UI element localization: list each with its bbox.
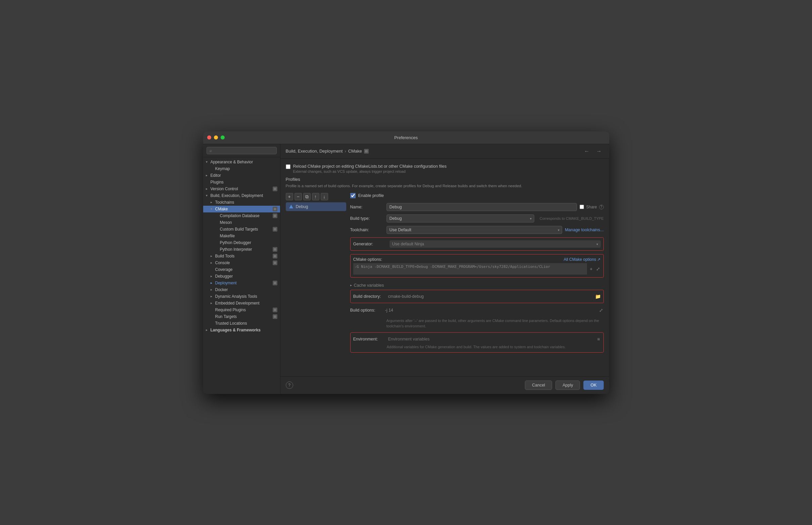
chevron-right-icon: ▸: [210, 295, 215, 298]
sidebar-item-label: Deployment: [215, 281, 273, 285]
search-container[interactable]: ⌕: [206, 147, 277, 154]
remove-profile-button[interactable]: −: [295, 193, 302, 200]
cmake-options-textarea[interactable]: -G Ninja -DCMAKE_BUILD_TYPE=Debug -DCMAK…: [353, 263, 587, 274]
build-options-input[interactable]: [384, 306, 598, 314]
sidebar-item-label: Toolchains: [215, 200, 277, 205]
name-row: Name: Share ?: [350, 203, 604, 211]
help-button[interactable]: ?: [286, 381, 293, 389]
profiles-list-panel: + − ⧉ ↑ ↓ Debug: [286, 193, 346, 356]
all-cmake-options-link[interactable]: All CMake options ↗: [563, 257, 600, 262]
sidebar-item-label: Editor: [210, 173, 277, 178]
sidebar-item-build-tools[interactable]: ▸ Build Tools ⊟: [203, 253, 280, 259]
cmake-triangle-icon: [288, 204, 294, 209]
add-profile-button[interactable]: +: [286, 193, 293, 200]
sidebar-item-keymap[interactable]: Keymap: [203, 165, 280, 172]
manage-toolchains-link[interactable]: Manage toolchains...: [565, 227, 604, 232]
toolchain-select[interactable]: Use Default: [387, 226, 562, 234]
minimize-button[interactable]: [214, 135, 218, 139]
share-help-icon[interactable]: ?: [599, 205, 604, 209]
copy-profile-button[interactable]: ⧉: [303, 193, 311, 200]
build-type-select[interactable]: Debug Release RelWithDebInfo MinSizeRel: [387, 214, 534, 223]
sidebar-item-docker[interactable]: ▸ Docker: [203, 286, 280, 293]
environment-table-icon[interactable]: ≡: [596, 336, 600, 343]
ok-button[interactable]: OK: [583, 380, 604, 390]
generator-select[interactable]: Use default Ninja Ninja Unix Makefiles: [390, 240, 601, 248]
window-title: Preferences: [394, 135, 418, 140]
add-cmake-option-icon[interactable]: +: [589, 266, 593, 272]
sidebar-item-deployment[interactable]: ▸ Deployment ⊟: [203, 280, 280, 286]
preferences-window: Preferences ⌕ ▾ Appearance & Behavior: [203, 131, 609, 394]
main-content: ⌕ ▾ Appearance & Behavior Keymap ▸: [203, 144, 609, 394]
chevron-right-icon: ▸: [210, 261, 215, 265]
enable-profile-row: Enable profile: [350, 193, 604, 198]
chevron-right-icon: ▸: [210, 200, 215, 204]
share-checkbox[interactable]: [580, 205, 584, 209]
apply-button[interactable]: Apply: [556, 380, 580, 390]
badge: ⊟: [273, 247, 277, 252]
name-input[interactable]: [387, 203, 577, 211]
sidebar-item-custom-build-targets[interactable]: Custom Build Targets ⊟: [203, 226, 280, 232]
panel-body: Reload CMake project on editing CMakeLis…: [280, 159, 609, 376]
badge: ⊟: [273, 254, 277, 258]
sidebar-item-label: Appearance & Behavior: [210, 160, 277, 164]
profile-debug-item[interactable]: Debug: [286, 202, 346, 211]
cancel-button[interactable]: Cancel: [525, 380, 552, 390]
environment-content: ≡ Additional variables for CMake generat…: [387, 335, 601, 350]
sidebar-item-python-debugger[interactable]: Python Debugger: [203, 239, 280, 246]
build-dir-row: Build directory: 📁: [353, 293, 601, 300]
sidebar-item-plugins[interactable]: Plugins: [203, 179, 280, 185]
sidebar-item-embedded-development[interactable]: ▸ Embedded Development: [203, 300, 280, 306]
generator-label: Generator:: [353, 242, 387, 246]
folder-icon[interactable]: 📁: [595, 294, 601, 299]
sidebar-item-python-interpreter[interactable]: Python Interpreter ⊟: [203, 246, 280, 253]
cache-variables-row[interactable]: ▸ Cache variables: [350, 281, 604, 290]
sidebar-item-version-control[interactable]: ▸ Version Control ⊟: [203, 185, 280, 192]
sidebar-item-console[interactable]: ▸ Console ⊟: [203, 259, 280, 266]
chevron-down-icon: ▾: [210, 207, 215, 211]
maximize-button[interactable]: [221, 135, 225, 139]
sidebar-item-trusted-locations[interactable]: Trusted Locations: [203, 320, 280, 327]
name-label: Name:: [350, 205, 384, 209]
cmake-badge: ⊟: [273, 207, 277, 211]
sidebar-item-coverage[interactable]: Coverage: [203, 266, 280, 273]
sidebar-item-appearance-behavior[interactable]: ▾ Appearance & Behavior: [203, 159, 280, 165]
reload-cmake-label: Reload CMake project on editing CMakeLis…: [293, 164, 447, 169]
sidebar-item-dynamic-analysis-tools[interactable]: ▸ Dynamic Analysis Tools: [203, 293, 280, 300]
sidebar-item-label: Meson: [220, 220, 277, 225]
chevron-right-icon: ▸: [210, 254, 215, 258]
sidebar-item-required-plugins[interactable]: Required Plugins ⊟: [203, 306, 280, 313]
sidebar-item-label: Custom Build Targets: [220, 227, 273, 231]
build-directory-section: Build directory: 📁: [350, 290, 604, 303]
build-dir-label: Build directory:: [353, 294, 387, 299]
sidebar-item-meson[interactable]: Meson: [203, 219, 280, 226]
sidebar-item-build-execution-deployment[interactable]: ▾ Build, Execution, Deployment: [203, 192, 280, 199]
sidebar-item-run-targets[interactable]: Run Targets ⊟: [203, 313, 280, 320]
expand-cmake-option-icon[interactable]: ⤢: [595, 266, 601, 272]
chevron-down-icon: ▾: [206, 194, 210, 197]
forward-arrow[interactable]: →: [594, 148, 604, 155]
sidebar-item-makefile[interactable]: Makefile: [203, 232, 280, 239]
sidebar-item-compilation-database[interactable]: Compilation Database ⊟: [203, 212, 280, 219]
sidebar-item-cmake[interactable]: ▾ CMake ⊟: [203, 206, 280, 212]
back-arrow[interactable]: ←: [582, 148, 592, 155]
build-options-description: Arguments after '--' are passed to the b…: [387, 319, 599, 328]
sidebar-item-toolchains[interactable]: ▸ Toolchains: [203, 199, 280, 206]
enable-profile-checkbox[interactable]: [350, 193, 356, 198]
sidebar-item-label: Keymap: [215, 166, 277, 171]
close-button[interactable]: [207, 135, 211, 139]
move-down-button[interactable]: ↓: [321, 193, 328, 200]
move-up-button[interactable]: ↑: [312, 193, 319, 200]
sidebar-item-debugger[interactable]: ▸ Debugger: [203, 273, 280, 280]
profile-item-label: Debug: [296, 204, 308, 209]
build-type-select-wrapper: Debug Release RelWithDebInfo MinSizeRel …: [387, 214, 534, 223]
build-type-hint: Corresponds to CMAKE_BUILD_TYPE: [540, 216, 604, 221]
expand-build-options-icon[interactable]: ⤢: [598, 307, 604, 314]
sidebar-item-editor[interactable]: ▸ Editor: [203, 172, 280, 179]
search-input[interactable]: [214, 148, 274, 153]
reload-cmake-checkbox[interactable]: [286, 164, 291, 169]
environment-input[interactable]: [387, 335, 597, 343]
sidebar-item-languages-frameworks[interactable]: ▸ Languages & Frameworks: [203, 327, 280, 333]
build-dir-input[interactable]: [387, 293, 595, 300]
profiles-description: Profile is a named set of build options.…: [286, 183, 604, 189]
right-panel: Build, Execution, Deployment › CMake ⊟ ←…: [280, 144, 609, 394]
